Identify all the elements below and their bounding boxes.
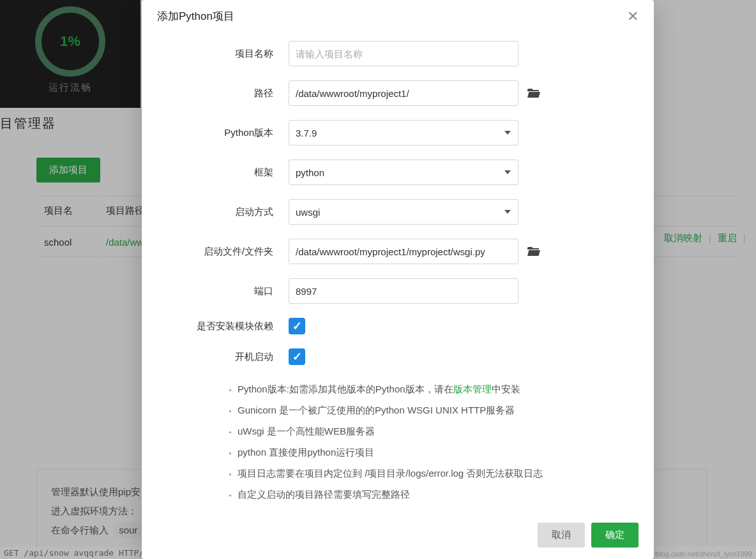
- install-deps-checkbox[interactable]: [289, 318, 305, 334]
- tip-2: Gunicorn 是一个被广泛使用的的Python WSGI UNIX HTTP…: [238, 399, 628, 421]
- label-project-name: 项目名称: [142, 48, 289, 60]
- add-python-project-modal: 添加Python项目 ✕ 项目名称 路径 Python版本 3.7.9: [142, 0, 654, 559]
- label-path: 路径: [142, 87, 289, 100]
- ok-button[interactable]: 确定: [591, 523, 639, 548]
- boot-on-start-checkbox[interactable]: [289, 348, 305, 365]
- close-icon[interactable]: ✕: [627, 10, 639, 24]
- folder-icon[interactable]: [527, 87, 540, 100]
- folder-icon[interactable]: [527, 246, 540, 258]
- label-port: 端口: [142, 285, 289, 297]
- framework-select[interactable]: python: [289, 160, 518, 185]
- modal-title: 添加Python项目: [157, 9, 234, 24]
- label-python-version: Python版本: [142, 127, 289, 139]
- start-method-select[interactable]: uwsgi: [289, 199, 518, 225]
- tips-list: Python版本:如需添加其他版本的Python版本，请在版本管理中安装 Gun…: [142, 372, 654, 515]
- start-file-input[interactable]: [289, 239, 518, 264]
- project-name-input[interactable]: [289, 41, 518, 66]
- label-install-deps: 是否安装模块依赖: [142, 320, 289, 332]
- label-framework: 框架: [142, 167, 289, 179]
- label-start-file: 启动文件/文件夹: [142, 246, 289, 258]
- tip-3: uWsgi 是一个高性能WEB服务器: [238, 421, 628, 442]
- modal-body: 项目名称 路径 Python版本 3.7.9 框架 python: [142, 30, 654, 515]
- version-manage-link[interactable]: 版本管理: [453, 384, 492, 394]
- label-boot: 开机启动: [142, 351, 289, 363]
- tip-6: 自定义启动的项目路径需要填写完整路径: [238, 484, 628, 505]
- modal-footer: 取消 确定: [142, 515, 654, 559]
- cancel-button[interactable]: 取消: [538, 523, 585, 548]
- label-start-method: 启动方式: [142, 206, 289, 218]
- port-input[interactable]: [289, 278, 518, 304]
- tip-4: python 直接使用python运行项目: [238, 442, 628, 463]
- modal-header: 添加Python项目 ✕: [142, 0, 654, 30]
- tip-5: 项目日志需要在项目内定位到 /项目目录/logs/error.log 否则无法获…: [238, 463, 628, 484]
- python-version-select[interactable]: 3.7.9: [289, 120, 518, 145]
- path-input[interactable]: [289, 80, 518, 106]
- tip-1: Python版本:如需添加其他版本的Python版本，请在版本管理中安装: [238, 378, 628, 399]
